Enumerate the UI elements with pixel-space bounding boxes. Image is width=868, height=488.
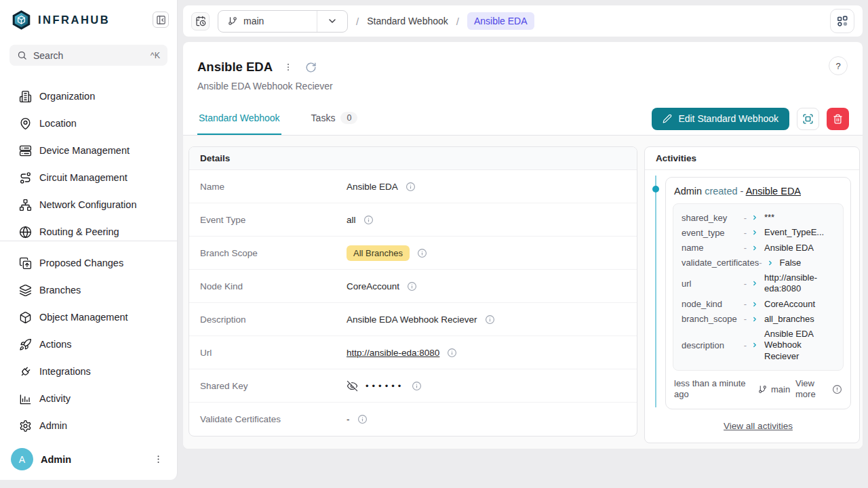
detail-label: Name bbox=[200, 182, 347, 192]
main-area: main / Standard Webhook / Ansible EDA bbox=[178, 0, 868, 488]
reveal-secret-button[interactable] bbox=[347, 380, 358, 392]
sidebar-item-integrations[interactable]: Integrations bbox=[0, 358, 177, 385]
layers-icon bbox=[19, 284, 32, 297]
activity-timestamp: less than a minute ago bbox=[674, 378, 757, 401]
activity-entry: Admin created - Ansible EDA shared_key - bbox=[665, 177, 851, 409]
info-icon[interactable] bbox=[412, 381, 422, 391]
delete-button[interactable] bbox=[827, 108, 849, 130]
info-icon[interactable] bbox=[357, 414, 368, 424]
info-icon[interactable] bbox=[447, 348, 457, 358]
time-travel-button[interactable] bbox=[191, 12, 210, 30]
cube-icon bbox=[19, 311, 32, 324]
kebab-icon bbox=[153, 454, 163, 464]
sidebar-item-label: Circuit Management bbox=[39, 172, 127, 183]
property-previous: - bbox=[744, 279, 747, 289]
sidebar-item-object-management[interactable]: Object Management bbox=[0, 304, 177, 331]
sidebar-item-location[interactable]: Location bbox=[0, 110, 177, 137]
detail-label: Shared Key bbox=[200, 381, 347, 391]
copy-icon bbox=[19, 257, 32, 270]
server-icon bbox=[19, 144, 32, 157]
detail-label: Description bbox=[200, 314, 347, 325]
property-name: event_type bbox=[682, 228, 744, 238]
infrahub-logo[interactable]: INFRAHUB bbox=[11, 9, 110, 30]
property-name: branch_scope bbox=[682, 314, 744, 324]
view-all-activities-link[interactable]: View all activities bbox=[724, 421, 793, 431]
tab-label: Standard Webhook bbox=[199, 113, 280, 123]
sidebar-item-label: Location bbox=[39, 118, 77, 129]
info-icon[interactable] bbox=[832, 384, 842, 394]
edit-standard-webhook-button[interactable]: Edit Standard Webhook bbox=[652, 108, 789, 130]
sidebar-collapse-button[interactable] bbox=[153, 12, 169, 28]
sidebar-item-routing-peering[interactable]: Routing & Peering bbox=[0, 218, 177, 241]
search-icon bbox=[17, 50, 27, 60]
tab-standard-webhook[interactable]: Standard Webhook bbox=[197, 102, 281, 135]
chevron-right-icon bbox=[751, 214, 758, 221]
breadcrumb-ansible-eda[interactable]: Ansible EDA bbox=[467, 12, 534, 30]
branch-selector-caret[interactable] bbox=[317, 11, 347, 32]
search-input[interactable]: Search ^K bbox=[9, 45, 167, 66]
user-menu-button[interactable] bbox=[151, 451, 166, 467]
property-value: all_branches bbox=[764, 314, 835, 325]
activity-target-link[interactable]: Ansible EDA bbox=[746, 186, 801, 197]
panel-collapse-icon bbox=[156, 15, 166, 25]
property-row-event-type: event_type - Event_TypeE... bbox=[682, 225, 835, 240]
url-link[interactable]: http://ansible-eda:8080 bbox=[347, 348, 439, 358]
property-previous: - bbox=[744, 314, 747, 324]
help-button[interactable]: ? bbox=[829, 56, 848, 75]
search-placeholder: Search bbox=[33, 50, 63, 61]
property-name: description bbox=[682, 340, 744, 350]
property-row-url: url - http://ansible-eda:8080 bbox=[682, 270, 835, 297]
chevron-right-icon bbox=[751, 301, 758, 308]
details-card-title: Details bbox=[189, 147, 637, 170]
sidebar-item-label: Organization bbox=[39, 91, 95, 102]
diff-icon bbox=[802, 113, 814, 125]
activity-branch-name: main bbox=[771, 384, 790, 394]
sidebar-item-proposed-changes[interactable]: Proposed Changes bbox=[0, 249, 177, 277]
refresh-button[interactable] bbox=[304, 60, 318, 75]
detail-label: Node Kind bbox=[200, 281, 347, 291]
info-icon[interactable] bbox=[406, 182, 416, 192]
sidebar-item-network-configuration[interactable]: Network Configuration bbox=[0, 191, 177, 218]
git-branch-icon bbox=[758, 385, 767, 394]
logo-text: INFRAHUB bbox=[38, 14, 110, 26]
rocket-icon bbox=[19, 338, 32, 351]
apps-menu-button[interactable] bbox=[830, 9, 854, 33]
sidebar-item-label: Actions bbox=[39, 339, 72, 350]
info-icon[interactable] bbox=[485, 314, 495, 325]
breadcrumb-standard-webhook[interactable]: Standard Webhook bbox=[367, 16, 448, 26]
info-icon[interactable] bbox=[407, 281, 417, 291]
view-more-link[interactable]: View more bbox=[795, 378, 827, 401]
object-detail-card: Ansible EDA Ansible EDA W bbox=[183, 42, 863, 449]
diff-button[interactable] bbox=[797, 108, 819, 130]
chevron-right-icon bbox=[751, 229, 758, 236]
property-previous: - bbox=[744, 243, 747, 253]
info-icon[interactable] bbox=[417, 248, 427, 258]
info-icon[interactable] bbox=[363, 215, 374, 225]
masked-shared-key: •••••• bbox=[366, 381, 404, 391]
sidebar-item-device-management[interactable]: Device Management bbox=[0, 137, 177, 164]
sidebar-item-label: Branches bbox=[39, 285, 81, 296]
trash-icon bbox=[833, 114, 843, 124]
plug-icon bbox=[19, 365, 32, 378]
network-icon bbox=[19, 199, 32, 211]
sidebar-item-actions[interactable]: Actions bbox=[0, 331, 177, 358]
detail-value: Ansible EDA bbox=[347, 182, 398, 192]
sidebar-item-circuit-management[interactable]: Circuit Management bbox=[0, 164, 177, 191]
property-previous: - bbox=[759, 258, 762, 268]
property-previous: - bbox=[744, 299, 747, 309]
property-name: validate_certificates bbox=[682, 258, 759, 268]
activities-timeline: Admin created - Ansible EDA shared_key - bbox=[645, 170, 859, 443]
chevron-right-icon bbox=[751, 342, 758, 348]
sidebar-item-branches[interactable]: Branches bbox=[0, 277, 177, 304]
detail-label: Url bbox=[200, 348, 347, 358]
chevron-right-icon bbox=[767, 260, 774, 266]
detail-value: Ansible EDA Webhook Reciever bbox=[347, 314, 477, 325]
avatar: A bbox=[11, 448, 33, 470]
branch-selector[interactable]: main bbox=[218, 10, 348, 33]
activity-entry-header: Admin created - Ansible EDA bbox=[666, 178, 850, 203]
sidebar-item-organization[interactable]: Organization bbox=[0, 83, 177, 110]
sidebar-item-activity[interactable]: Activity bbox=[0, 385, 177, 412]
title-menu-button[interactable] bbox=[282, 61, 294, 73]
sidebar-item-admin[interactable]: Admin bbox=[0, 412, 177, 439]
tab-tasks[interactable]: Tasks 0 bbox=[310, 102, 359, 135]
